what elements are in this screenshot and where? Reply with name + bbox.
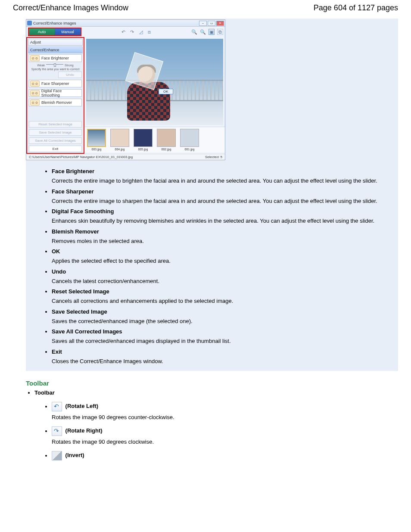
list-item: Face BrightenerCorrects the entire image… [52,168,389,185]
invert-icon [52,451,62,460]
list-item: UndoCancels the latest correction/enhanc… [52,268,389,285]
undo-button[interactable]: Undo [58,72,82,78]
window-close-button[interactable]: ✕ [216,21,224,26]
thumbnail-strip: 003.jpg 004.jpg 005.jpg 002.jpg [84,127,225,152]
rotate-left-icon[interactable]: ↶ [121,29,127,35]
rotate-left-icon [52,402,62,411]
digital-face-smoothing-label: Digital Face Smoothing [41,89,81,97]
tab-manual[interactable]: Manual [55,28,81,35]
zoom-out-icon[interactable]: 🔍 [200,29,206,35]
slider-weak-label: Weak [37,64,45,67]
window-maximize-button[interactable]: ▭ [208,21,215,26]
thumbnail[interactable]: 004.jpg [110,129,129,151]
list-item: OKApplies the selected effect to the spe… [52,248,389,265]
window-title: Correct/Enhance Images [33,21,76,25]
app-screenshot: Correct/Enhance Images – ▭ ✕ Auto Manual… [26,19,398,161]
slider-strong-label: Strong [65,64,74,67]
face-sharpener-label: Face Sharpener [41,81,69,86]
image-canvas[interactable]: OK [86,39,223,125]
rotate-right-icon [52,426,62,436]
status-path: C:\Users\UserName\Pictures\MP Navigator … [29,155,133,159]
definition-list: Face BrightenerCorrects the entire image… [26,161,398,371]
blemish-remover-icon: ☺☺ [30,100,40,106]
list-item: (Invert) [52,451,411,460]
list-item: Face SharpenerCorrects the entire image … [52,188,389,205]
page-title: Correct/Enhance Images Window [13,3,128,12]
toolbar-label: Toolbar [34,389,55,396]
blemish-remover-label: Blemish Remover [41,100,72,105]
specify-area-caption: Specify the area you want to correct [27,68,84,71]
digital-face-smoothing-icon: ☺☺ [30,90,40,96]
zoom-in-icon[interactable]: 🔍 [191,29,197,35]
toolbar-list: Toolbar (Rotate Left) Rotates the image … [26,389,411,460]
status-selected: Selected: 5 [205,155,222,159]
app-icon [27,21,32,25]
thumbnail[interactable]: 001.jpg [180,129,199,151]
effect-slider[interactable]: Weak Strong [27,63,84,68]
content-block: Correct/Enhance Images – ▭ ✕ Auto Manual… [26,19,398,371]
exit-button[interactable]: Exit [29,146,82,152]
list-item: Blemish RemoverRemoves moles in the sele… [52,228,389,245]
face-sharpener-icon: ☺☺ [30,81,40,87]
panel-tab-correct-enhance[interactable]: Correct/Enhance [28,47,83,53]
list-item: Save Selected ImageSaves the corrected/e… [52,308,389,325]
toolbar-heading: Toolbar [26,380,411,387]
window-minimize-button[interactable]: – [199,21,207,26]
thumbnail[interactable]: 003.jpg [87,129,106,151]
ok-button[interactable]: OK [159,89,173,94]
save-all-button[interactable]: Save All Corrected Images [29,137,82,144]
list-item: (Rotate Left) Rotates the image 90 degre… [52,402,411,420]
face-brightener-label: Face Brightener [41,56,69,60]
mode-tabs: Auto Manual [28,28,81,36]
left-panel: Adjust Correct/Enhance ☺☺ Face Brightene… [26,37,84,154]
fit-window-icon[interactable]: ▣ [209,29,215,35]
face-brightener-button[interactable]: ☺☺ Face Brightener [29,54,82,62]
list-item: ExitCloses the Correct/Enhance Images wi… [52,348,389,365]
list-item: Reset Selected ImageCancels all correcti… [52,288,389,305]
thumbnail[interactable]: 005.jpg [134,129,153,151]
page-number: Page 604 of 1127 pages [314,3,398,12]
blemish-remover-button[interactable]: ☺☺ Blemish Remover [29,99,82,106]
save-selected-button[interactable]: Save Selected Image [29,129,82,136]
thumbnail[interactable]: 002.jpg [157,129,176,151]
list-item: Save All Corrected ImagesSaves all the c… [52,328,389,345]
compare-icon[interactable]: ⧉ [217,29,223,35]
invert-icon[interactable]: ◿ [138,29,144,35]
panel-tab-adjust[interactable]: Adjust [28,39,83,46]
list-item: Digital Face SmoothingEnhances skin beau… [52,208,389,225]
reset-selected-button[interactable]: Reset Selected Image [29,121,82,128]
face-sharpener-button[interactable]: ☺☺ Face Sharpener [29,80,82,87]
crop-icon[interactable]: ⧈ [146,29,153,35]
list-item: (Rotate Right) Rotates the image 90 degr… [52,426,411,445]
face-brightener-icon: ☺☺ [30,55,40,61]
digital-face-smoothing-button[interactable]: ☺☺ Digital Face Smoothing [29,89,82,97]
rotate-right-icon[interactable]: ↷ [129,29,135,35]
tab-auto[interactable]: Auto [29,28,55,35]
